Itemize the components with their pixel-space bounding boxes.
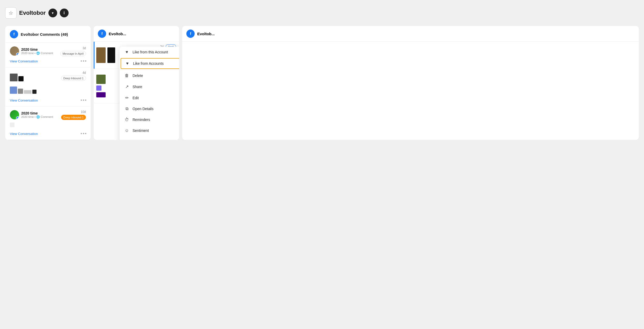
color-thumbnail xyxy=(10,74,24,81)
facebook-icon: f xyxy=(10,30,18,38)
color-blocks-row xyxy=(10,87,86,94)
chevron-down-icon: ▾ xyxy=(52,11,54,15)
right-panel-title: Evoltob... xyxy=(197,32,215,36)
email-icon: ✉ xyxy=(124,139,129,140)
ctx-share[interactable]: ↗ Share xyxy=(120,81,179,92)
fb-badge-3: f xyxy=(16,116,19,119)
avatar-3: f xyxy=(10,110,19,119)
star-icon: ☆ xyxy=(9,10,13,16)
context-menu: ♥ Like from this Account ♥ Like from Acc… xyxy=(120,47,179,140)
ctx-delete[interactable]: 🗑 Delete xyxy=(120,70,179,81)
ctx-open-details[interactable]: ⧉ Open Details xyxy=(120,103,179,114)
fb-icon-right: f xyxy=(186,30,195,38)
tag-badge-2: Deep Inbound 1 xyxy=(61,76,86,81)
ctx-label-sentiment: Sentiment xyxy=(133,128,179,133)
info-icon: i xyxy=(63,11,64,15)
ctx-sentiment[interactable]: ☺ Sentiment xyxy=(120,125,179,136)
more-options-button[interactable]: ••• xyxy=(80,59,87,64)
app-header: ☆ Evoltobor ▾ i xyxy=(5,5,639,21)
conversation-item-3: f 2020 time 2020 time • 🌐 Comment 10d De… xyxy=(5,106,91,140)
conversation-item-2: 4d Deep Inbound 1 View Conversation ••• xyxy=(5,67,91,106)
clock-icon: ⏱ xyxy=(124,117,129,122)
heart-icon-2: ♥ xyxy=(125,61,130,66)
tag-badge-3: Deep Inbound 1 xyxy=(61,115,86,120)
left-panel-title: Evoltobor Comments (49) xyxy=(21,32,68,37)
view-conversation-link-2[interactable]: View Conversation xyxy=(10,98,38,102)
ctx-like-from-accounts[interactable]: ♥ Like from Accounts › xyxy=(121,58,179,69)
ctx-edit[interactable]: ✏ Edit xyxy=(120,92,179,103)
middle-panel-header: f Evoltob... xyxy=(94,26,179,42)
time-label: 3d xyxy=(83,46,86,50)
ctx-label-details: Open Details xyxy=(133,107,179,111)
info-button[interactable]: i xyxy=(60,9,69,17)
fb-icon-middle: f xyxy=(98,30,106,38)
ctx-label-edit: Edit xyxy=(133,96,179,100)
details-icon: ⧉ xyxy=(124,106,129,111)
ctx-like-this-account[interactable]: ♥ Like from this Account xyxy=(120,47,179,58)
right-panel-content xyxy=(182,42,639,56)
tag-badge: Message In April xyxy=(60,51,86,56)
time-label-2: 4d xyxy=(83,71,86,75)
user-name-3: 2020 time xyxy=(21,111,53,115)
middle-panel-title: Evoltob... xyxy=(109,32,126,36)
ctx-label-delete: Delete xyxy=(133,74,179,78)
right-panel-header: f Evoltob... xyxy=(182,26,639,42)
sentiment-icon: ☺ xyxy=(124,128,129,133)
ctx-label-share: Share xyxy=(133,85,179,89)
ctx-label-like-this: Like from this Account xyxy=(133,50,179,54)
user-name: 2020 time xyxy=(21,47,53,52)
view-conversation-link[interactable]: View Conversation xyxy=(10,59,38,63)
more-options-button-3[interactable]: ••• xyxy=(80,131,87,137)
view-conversation-link-3[interactable]: View Conversation xyxy=(10,132,38,136)
share-icon: ↗ xyxy=(124,84,129,89)
middle-panel: f Evoltob... 2d April ••• xyxy=(94,26,179,140)
left-panel-header: f Evoltobor Comments (49) xyxy=(5,26,91,43)
ctx-label-reminders: Reminders xyxy=(133,118,179,122)
user-sub: 2020 time • 🌐 Comment xyxy=(21,52,53,55)
ctx-email[interactable]: ✉ Email xyxy=(120,136,179,140)
avatar: f xyxy=(10,46,19,56)
user-sub-3: 2020 time • 🌐 Comment xyxy=(21,115,53,119)
heart-icon: ♥ xyxy=(124,50,129,54)
ctx-label-email: Email xyxy=(133,140,179,140)
star-button[interactable]: ☆ xyxy=(5,7,17,19)
trash-icon: 🗑 xyxy=(124,73,129,78)
more-options-button-2[interactable]: ••• xyxy=(80,98,87,103)
ctx-label-like-accounts: Like from Accounts xyxy=(133,61,179,66)
page-title: Evoltobor xyxy=(19,10,46,16)
edit-icon: ✏ xyxy=(124,95,129,100)
fb-badge: f xyxy=(16,53,19,56)
conversation-item: f 2020 time 2020 time • 🌐 Comment 3d Mes… xyxy=(5,43,91,67)
ctx-reminders[interactable]: ⏱ Reminders xyxy=(120,114,179,125)
right-panel: f Evoltob... xyxy=(182,26,639,140)
left-panel: f Evoltobor Comments (49) f 2020 time 20… xyxy=(5,26,91,140)
time-label-3: 10d xyxy=(81,110,86,114)
dropdown-button[interactable]: ▾ xyxy=(48,9,57,17)
main-layout: f Evoltobor Comments (49) f 2020 time 20… xyxy=(5,26,639,140)
